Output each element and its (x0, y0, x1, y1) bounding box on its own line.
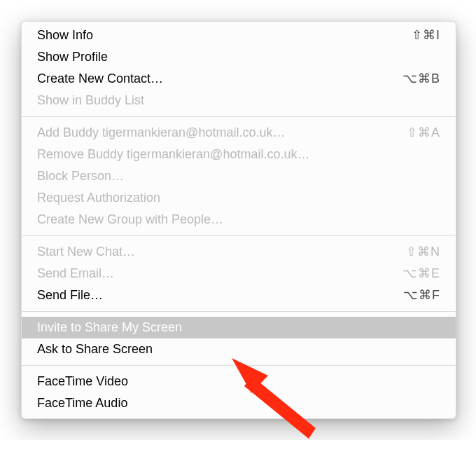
menu-item-block-person: Block Person… (22, 165, 456, 187)
menu-separator (22, 235, 456, 236)
menu-item-send-email: Send Email… ⌥⌘E (22, 263, 456, 285)
menu-item-label: Show Info (37, 26, 93, 45)
menu-separator (22, 365, 456, 366)
menu-item-label: Block Person… (37, 167, 124, 186)
menu-item-shortcut: ⌥⌘F (403, 286, 440, 305)
menu-item-label: Show in Buddy List (37, 91, 144, 110)
menu-item-shortcut: ⌥⌘B (402, 69, 440, 88)
menu-item-label: Invite to Share My Screen (37, 318, 182, 337)
menu-item-request-authorization: Request Authorization (22, 187, 456, 209)
menu-item-facetime-video[interactable]: FaceTime Video (22, 371, 456, 392)
menu-item-create-new-group: Create New Group with People… (22, 209, 456, 231)
menu-item-shortcut: ⇧⌘I (412, 26, 440, 45)
context-menu: Show Info ⇧⌘I Show Profile Create New Co… (21, 21, 456, 419)
menu-item-label: Create New Contact… (37, 69, 163, 88)
menu-item-shortcut: ⇧⌘N (406, 242, 440, 261)
menu-separator (22, 311, 456, 312)
menu-item-create-new-contact[interactable]: Create New Contact… ⌥⌘B (22, 68, 456, 90)
menu-item-start-new-chat: Start New Chat… ⇧⌘N (22, 241, 456, 263)
menu-item-show-in-buddy-list: Show in Buddy List (22, 90, 456, 111)
menu-item-show-profile[interactable]: Show Profile (22, 46, 456, 68)
menu-item-label: FaceTime Video (37, 372, 128, 391)
menu-item-ask-to-share-screen[interactable]: Ask to Share Screen (22, 338, 456, 360)
menu-item-label: Send Email… (37, 264, 114, 283)
menu-item-show-info[interactable]: Show Info ⇧⌘I (22, 25, 456, 46)
menu-separator (22, 116, 456, 117)
menu-item-send-file[interactable]: Send File… ⌥⌘F (22, 285, 456, 306)
menu-item-label: FaceTime Audio (37, 394, 127, 413)
menu-item-remove-buddy: Remove Buddy tigermankieran@hotmail.co.u… (22, 144, 456, 165)
menu-item-invite-share-my-screen[interactable]: Invite to Share My Screen (22, 317, 456, 338)
menu-item-label: Show Profile (37, 48, 108, 67)
menu-item-label: Ask to Share Screen (37, 340, 153, 359)
menu-item-label: Create New Group with People… (37, 210, 223, 229)
menu-item-label: Start New Chat… (37, 242, 135, 261)
menu-item-add-buddy: Add Buddy tigermankieran@hotmail.co.uk… … (22, 122, 456, 144)
menu-item-label: Remove Buddy tigermankieran@hotmail.co.u… (37, 145, 309, 164)
menu-item-shortcut: ⌥⌘E (402, 264, 440, 283)
menu-item-label: Add Buddy tigermankieran@hotmail.co.uk… (37, 123, 285, 142)
menu-item-label: Send File… (37, 286, 103, 305)
menu-item-shortcut: ⇧⌘A (407, 123, 440, 142)
menu-item-facetime-audio[interactable]: FaceTime Audio (22, 392, 456, 414)
menu-item-label: Request Authorization (37, 189, 160, 207)
